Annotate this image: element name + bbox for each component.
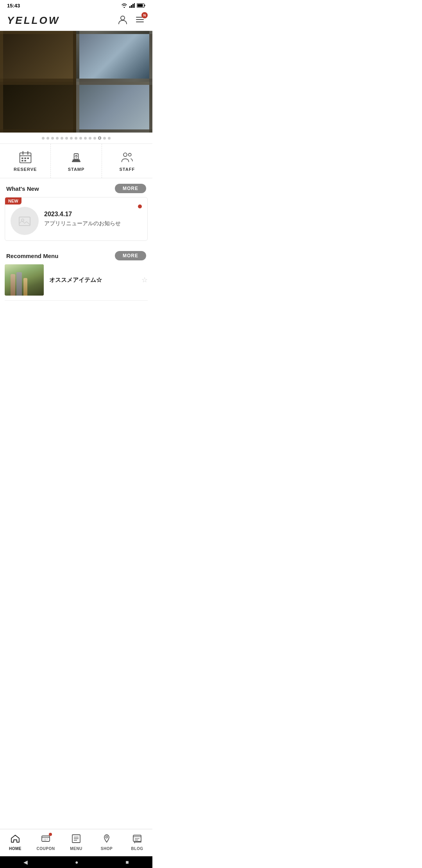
svg-rect-17	[27, 158, 29, 159]
stamp-label: STAMP	[68, 167, 85, 172]
recommend-menu-more-button[interactable]: MORE	[115, 251, 146, 260]
dot-4[interactable]	[56, 137, 59, 140]
reserve-button[interactable]: RESERVE	[0, 144, 51, 178]
svg-rect-5	[145, 5, 145, 6]
recommend-menu-header: Recommend Menu MORE	[0, 246, 152, 264]
recommend-content: オススメアイテム☆	[49, 276, 136, 284]
hero-image	[0, 31, 152, 133]
svg-rect-16	[24, 158, 26, 159]
signal-icon	[129, 3, 135, 8]
svg-rect-3	[134, 3, 135, 8]
stamp-icon	[69, 150, 83, 164]
recommend-menu-title: Recommend Menu	[6, 253, 58, 259]
status-time: 15:43	[7, 3, 20, 9]
status-icons	[121, 3, 145, 8]
stamp-button[interactable]: STAMP	[51, 144, 102, 178]
news-date: 2023.4.17	[44, 211, 132, 218]
news-content: 2023.4.17 アプリリニューアルのお知らせ	[44, 211, 132, 227]
news-card[interactable]: NEW 2023.4.17 アプリリニューアルのお知らせ	[5, 197, 148, 241]
recommend-image	[5, 264, 44, 296]
svg-rect-0	[129, 6, 131, 8]
people-icon	[120, 150, 134, 164]
news-text: アプリリニューアルのお知らせ	[44, 220, 132, 227]
battery-icon	[137, 3, 145, 8]
news-unread-dot	[138, 204, 142, 208]
hero-frame	[0, 31, 152, 133]
menu-button[interactable]: N	[134, 14, 145, 27]
staff-label: STAFF	[120, 167, 135, 172]
photo-placeholder-icon	[18, 214, 32, 228]
page-content: RESERVE STAMP STAFF What's New MORE	[0, 143, 152, 356]
quick-actions: RESERVE STAMP STAFF	[0, 143, 152, 178]
svg-rect-25	[19, 217, 30, 226]
favorite-star-icon[interactable]: ☆	[141, 276, 148, 284]
header-logo: YELLOW	[7, 14, 60, 27]
dot-6[interactable]	[65, 137, 68, 140]
whats-new-more-button[interactable]: MORE	[115, 184, 146, 193]
dot-2[interactable]	[46, 137, 49, 140]
dot-13[interactable]	[98, 136, 101, 140]
recommend-title: オススメアイテム☆	[49, 276, 102, 283]
reserve-label: RESERVE	[14, 167, 37, 172]
dot-14[interactable]	[103, 137, 106, 140]
dot-1[interactable]	[42, 137, 45, 140]
wifi-icon	[121, 3, 127, 8]
whats-new-header: What's New MORE	[0, 178, 152, 197]
dot-12[interactable]	[93, 137, 96, 140]
dot-10[interactable]	[84, 137, 87, 140]
svg-point-7	[121, 16, 125, 20]
dot-15[interactable]	[108, 137, 111, 140]
notification-badge: N	[141, 12, 148, 18]
dot-3[interactable]	[51, 137, 54, 140]
news-avatar	[11, 207, 39, 235]
svg-point-23	[123, 153, 127, 156]
dot-9[interactable]	[79, 137, 82, 140]
svg-rect-2	[132, 4, 134, 8]
dot-5[interactable]	[61, 137, 63, 140]
svg-rect-15	[21, 158, 23, 159]
carousel-dots	[0, 133, 152, 143]
svg-point-24	[129, 153, 131, 156]
svg-rect-1	[131, 5, 132, 8]
svg-rect-21	[72, 161, 80, 162]
staff-button[interactable]: STAFF	[102, 144, 152, 178]
profile-button[interactable]	[117, 14, 128, 27]
dot-11[interactable]	[89, 137, 91, 140]
svg-rect-6	[138, 4, 143, 7]
whats-new-title: What's New	[6, 185, 39, 192]
status-bar: 15:43	[0, 0, 152, 11]
dot-8[interactable]	[75, 137, 77, 140]
news-badge: NEW	[5, 197, 21, 204]
header-right: N	[117, 14, 145, 27]
svg-rect-19	[24, 160, 26, 161]
svg-rect-18	[21, 160, 23, 161]
calendar-icon	[18, 150, 32, 164]
recommend-card[interactable]: オススメアイテム☆ ☆	[5, 264, 148, 301]
dot-7[interactable]	[70, 137, 73, 140]
header: YELLOW N	[0, 11, 152, 31]
